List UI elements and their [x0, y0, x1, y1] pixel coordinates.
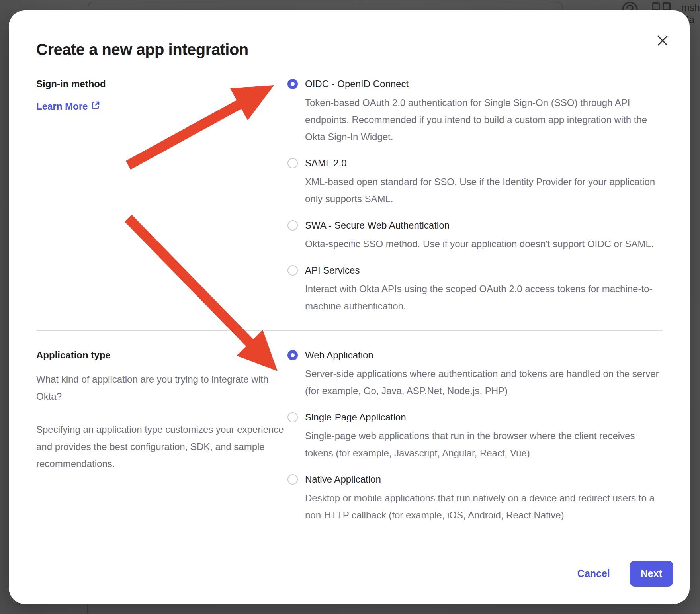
option-spa: Single-Page Application Single-page web … [287, 411, 662, 461]
application-type-section: Application type What kind of applicatio… [36, 349, 662, 524]
application-type-heading: Application type [36, 349, 287, 361]
learn-more-label: Learn More [36, 100, 88, 112]
radio-swa[interactable] [287, 220, 298, 231]
radio-spa[interactable] [287, 412, 298, 422]
learn-more-link[interactable]: Learn More [36, 100, 100, 112]
close-button[interactable] [655, 33, 671, 49]
option-spa-label[interactable]: Single-Page Application [305, 411, 662, 423]
option-native-application-description: Desktop or mobile applications that run … [305, 489, 662, 524]
option-web-application-label[interactable]: Web Application [305, 349, 662, 361]
signin-method-section: Sign-in method Learn More [36, 78, 662, 315]
option-web-application-description: Server-side applications where authentic… [305, 365, 662, 399]
modal-title: Create a new app integration [36, 40, 662, 59]
signin-method-heading: Sign-in method [36, 78, 287, 90]
close-icon [657, 35, 669, 48]
screen: msh kta Create a new app integration Sig… [0, 0, 700, 614]
option-swa: SWA - Secure Web Authentication Okta-spe… [287, 219, 662, 252]
option-api-services-description: Interact with Okta APIs using the scoped… [305, 280, 662, 315]
external-link-icon [91, 100, 100, 112]
application-type-question: What kind of application are you trying … [36, 371, 286, 405]
option-swa-label[interactable]: SWA - Secure Web Authentication [305, 219, 654, 231]
option-saml: SAML 2.0 XML-based open standard for SSO… [287, 157, 662, 207]
next-button[interactable]: Next [630, 561, 673, 587]
cancel-button[interactable]: Cancel [577, 568, 610, 579]
radio-web-application[interactable] [287, 350, 298, 360]
radio-api-services[interactable] [287, 265, 298, 276]
option-native-application-label[interactable]: Native Application [305, 473, 662, 485]
option-saml-description: XML-based open standard for SSO. Use if … [305, 173, 662, 207]
option-web-application: Web Application Server-side applications… [287, 349, 662, 399]
option-spa-description: Single-page web applications that run in… [305, 427, 662, 461]
apps-grid-icon [652, 2, 671, 10]
create-app-integration-modal: Create a new app integration Sign-in met… [9, 10, 690, 604]
option-oidc-label[interactable]: OIDC - OpenID Connect [305, 78, 662, 90]
modal-footer: Cancel Next [577, 561, 673, 587]
option-oidc-description: Token-based OAuth 2.0 authentication for… [305, 94, 662, 145]
radio-native-application[interactable] [287, 474, 298, 485]
radio-saml[interactable] [287, 158, 298, 168]
option-oidc: OIDC - OpenID Connect Token-based OAuth … [287, 78, 662, 145]
option-api-services-label[interactable]: API Services [305, 264, 662, 276]
option-native-application: Native Application Desktop or mobile app… [287, 473, 662, 524]
section-divider [36, 330, 662, 331]
application-type-note: Specifying an application type customize… [36, 421, 286, 472]
radio-oidc[interactable] [287, 79, 298, 89]
option-api-services: API Services Interact with Okta APIs usi… [287, 264, 662, 315]
option-swa-description: Okta-specific SSO method. Use if your ap… [305, 235, 654, 252]
option-saml-label[interactable]: SAML 2.0 [305, 157, 662, 169]
